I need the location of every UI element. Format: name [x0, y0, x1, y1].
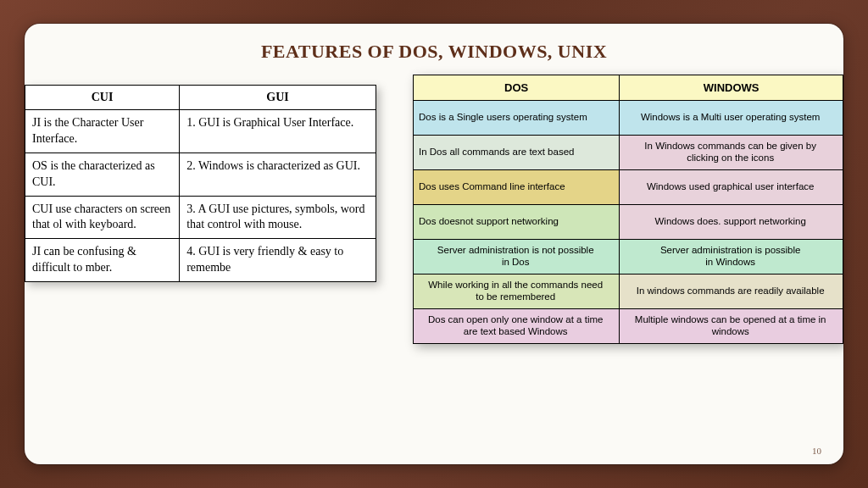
win-cell: Windows used graphical user interface	[620, 170, 843, 205]
cell-text: In Windows commands can be given by	[625, 141, 836, 151]
col-header-windows: WINDOWS	[620, 75, 843, 101]
table-row: Dos can open only one window at a timear…	[414, 309, 843, 344]
gui-cell: 3. A GUI use pictures, symbols, word tha…	[180, 196, 376, 239]
col-header-gui: GUI	[180, 86, 376, 110]
cell-text: Dos can open only one window at a time	[419, 314, 612, 324]
cell-subtext: in Dos	[419, 255, 612, 267]
table-row: OS is the characterized as CUI. 2. Windo…	[25, 152, 376, 196]
cell-subtext: windows	[625, 324, 836, 336]
dos-cell: While working in all the commands needto…	[414, 274, 620, 309]
dos-cell: Server administration is not possiblein …	[414, 240, 620, 274]
table-row: In Dos all commands are text based In Wi…	[414, 136, 843, 170]
cell-text: Server administration is possible	[625, 245, 836, 255]
cell-text: Windows is a Multi user operating system	[625, 112, 836, 122]
col-header-dos: DOS	[414, 75, 620, 101]
win-cell: Windows is a Multi user operating system	[620, 101, 843, 136]
table-row: Dos doesnot support networking Windows d…	[414, 205, 843, 240]
dos-win-table-container: DOS WINDOWS Dos is a Single users operat…	[413, 75, 843, 344]
slide: FEATURES OF DOS, WINDOWS, UNIX CUI GUI J…	[25, 24, 843, 464]
col-header-cui: CUI	[25, 86, 180, 110]
dos-cell: In Dos all commands are text based	[414, 136, 620, 170]
win-cell: Multiple windows can be opened at a time…	[620, 309, 843, 344]
table-row: Dos uses Command line interface Windows …	[414, 170, 843, 205]
win-cell: In Windows commands can be given byclick…	[620, 136, 843, 170]
dos-windows-table: DOS WINDOWS Dos is a Single users operat…	[413, 75, 843, 344]
table-row: JI is the Character User Interface. 1. G…	[25, 110, 376, 153]
cell-text: Multiple windows can be opened at a time…	[625, 314, 836, 324]
win-cell: Server administration is possiblein Wind…	[620, 240, 843, 274]
win-cell: Windows does. support networking	[620, 205, 843, 240]
page-title: FEATURES OF DOS, WINDOWS, UNIX	[25, 24, 843, 69]
gui-cell: 2. Windows is characterized as GUI.	[180, 152, 376, 196]
gui-cell: 1. GUI is Graphical User Interface.	[180, 110, 376, 153]
cell-text: Windows does. support networking	[625, 216, 836, 226]
cui-cell: CUI use characters on screen that ol wit…	[25, 196, 180, 239]
table-row: Dos is a Single users operating system W…	[414, 101, 843, 136]
cui-cell: JI is the Character User Interface.	[25, 110, 180, 153]
table-header-row: DOS WINDOWS	[414, 75, 843, 101]
cell-subtext: clicking on the icons	[625, 151, 836, 163]
cell-text: Dos uses Command line interface	[419, 181, 612, 191]
cui-gui-table: CUI GUI JI is the Character User Interfa…	[25, 85, 376, 282]
cell-text: Dos is a Single users operating system	[419, 112, 612, 122]
page-number: 10	[812, 446, 821, 456]
cell-text: Dos doesnot support networking	[419, 216, 612, 226]
table-row: JI can be confusing & difficult to mber.…	[25, 239, 376, 282]
cell-text: In Dos all commands are text based	[419, 147, 612, 157]
dos-cell: Dos is a Single users operating system	[414, 101, 620, 136]
cell-text: Windows used graphical user interface	[625, 181, 836, 191]
table-header-row: CUI GUI	[25, 86, 376, 110]
cell-text: Server administration is not possible	[419, 245, 612, 255]
cell-subtext: to be remembered	[419, 290, 612, 302]
cell-subtext: are text based Windows	[419, 324, 612, 336]
win-cell: In windows commands are readily availabl…	[620, 274, 843, 309]
gui-cell: 4. GUI is very friendly & easy to rememb…	[180, 239, 376, 282]
cui-cell: OS is the characterized as CUI.	[25, 152, 180, 196]
cell-text: In windows commands are readily availabl…	[625, 286, 836, 296]
cell-subtext: in Windows	[625, 255, 836, 267]
cui-cell: JI can be confusing & difficult to mber.	[25, 239, 180, 282]
cui-gui-table-container: CUI GUI JI is the Character User Interfa…	[25, 85, 376, 282]
table-row: Server administration is not possiblein …	[414, 240, 843, 274]
table-row: While working in all the commands needto…	[414, 274, 843, 309]
dos-cell: Dos uses Command line interface	[414, 170, 620, 205]
dos-cell: Dos doesnot support networking	[414, 205, 620, 240]
table-row: CUI use characters on screen that ol wit…	[25, 196, 376, 239]
dos-cell: Dos can open only one window at a timear…	[414, 309, 620, 344]
cell-text: While working in all the commands need	[419, 280, 612, 290]
